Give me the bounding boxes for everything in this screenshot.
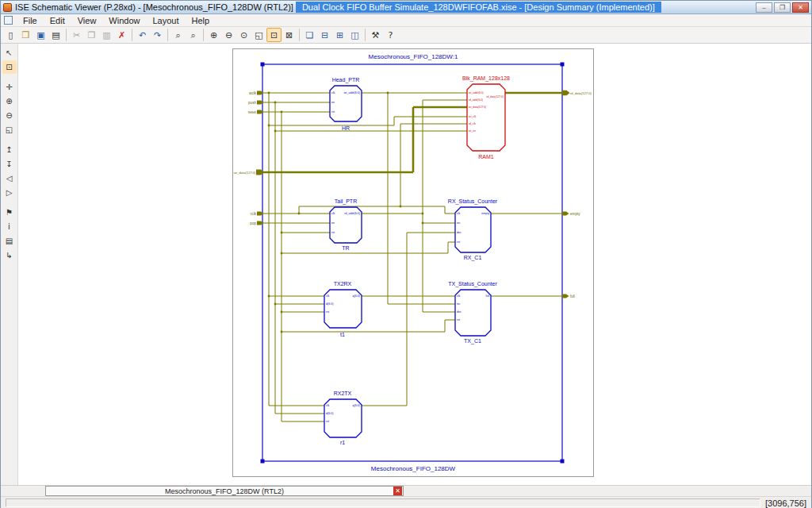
pan-tool[interactable]: ✛ <box>2 80 17 94</box>
select-tool[interactable]: ↖ <box>2 46 17 60</box>
separator <box>66 29 67 41</box>
zoom-in-button[interactable]: ⊕ <box>206 28 221 42</box>
port-label: clk <box>457 294 461 298</box>
app-icon <box>3 3 12 12</box>
zoom-fit-button[interactable]: ◱ <box>251 28 266 42</box>
menu-item[interactable]: Edit <box>44 15 71 26</box>
menu-item[interactable]: View <box>71 15 103 26</box>
port-label: rst <box>326 310 329 314</box>
undo-button[interactable]: ↶ <box>135 28 150 42</box>
window-arrange-button[interactable]: ◫ <box>347 28 362 42</box>
status-message-panel <box>6 498 760 507</box>
zoom-area-tool[interactable]: ⊡ <box>2 60 17 74</box>
instance-label: TR <box>342 245 349 251</box>
main-body: ↖⊡✛⊕⊖◱↥↧◁▷⚑i▤↳ Mesochronous_FIFO_128DW:1… <box>1 44 811 485</box>
copy-button[interactable]: ❐ <box>84 28 99 42</box>
zoom-in-tool[interactable]: ⊕ <box>2 94 17 108</box>
instance-label: HR <box>342 125 350 131</box>
port-label: rd_data(127:0) <box>486 95 504 98</box>
port-label: rd_addr(6:0) <box>469 98 483 102</box>
zoom-selection-button[interactable]: ⊡ <box>266 28 282 42</box>
print-button[interactable]: ▤ <box>48 28 63 42</box>
block-title: Tail_PTR <box>335 198 357 205</box>
pin-label-pop: pop <box>250 221 256 225</box>
status-bar: [3096,756] <box>1 496 811 508</box>
port-label: clk <box>326 404 330 407</box>
block-rx2tx[interactable]: RX2TX r1 clk d(6:0) rst q(6:0) <box>324 391 362 445</box>
cut-button[interactable]: ✂ <box>69 28 84 42</box>
sheet-footer: Mesochronous_FIFO_128DW <box>371 465 456 472</box>
separator <box>167 29 168 41</box>
restore-button[interactable]: ❐ <box>774 2 791 13</box>
menu-item[interactable]: Window <box>102 15 146 26</box>
menu-item[interactable]: Layout <box>146 15 185 26</box>
paste-button[interactable]: ▥ <box>99 28 114 42</box>
redo-button[interactable]: ↷ <box>150 28 165 42</box>
zoom-out-button[interactable]: ⊖ <box>221 28 236 42</box>
close-button[interactable]: ✕ <box>792 2 809 13</box>
zoom-out-tool[interactable]: ⊖ <box>2 109 17 122</box>
window-tile-h-button[interactable]: ⊟ <box>317 28 332 42</box>
menu-item[interactable]: File <box>17 15 44 26</box>
schematic-sheet: Mesochronous_FIFO_128DW:1 Mesochronous_F… <box>232 48 594 477</box>
pin-label-wr-data: wr_data(127:0) <box>234 171 256 175</box>
document-icon <box>4 16 13 25</box>
info-tool[interactable]: i <box>2 220 17 233</box>
schematic-svg: Mesochronous_FIFO_128DW:1 Mesochronous_F… <box>232 48 594 477</box>
hierarchy-down-tool[interactable]: ↧ <box>2 157 17 171</box>
port-label: rd_addr(6:0) <box>344 212 360 215</box>
pin-label-rd-data: rd_data(127:0) <box>570 91 592 95</box>
hierarchy-up-tool[interactable]: ↥ <box>2 143 17 156</box>
separator <box>365 29 366 41</box>
instance-label: RX_C1 <box>464 255 482 261</box>
zoom-full-button[interactable]: ⊙ <box>236 28 251 42</box>
app-window: ISE Schematic Viewer (P.28xd) - [Mesochr… <box>0 0 812 508</box>
zoom-fit-tool[interactable]: ◱ <box>2 123 17 137</box>
block-title: TX_Status_Counter <box>448 281 497 287</box>
port-label: clk <box>331 91 335 94</box>
find-button[interactable]: ⌕ <box>170 28 186 42</box>
port-label: rst <box>326 420 329 423</box>
separator <box>132 29 132 41</box>
window-cascade-button[interactable]: ❏ <box>302 28 317 42</box>
print-sheet-button[interactable]: ▤ <box>2 234 17 248</box>
block-ram[interactable]: Blk_RAM_128x128 RAM1 wr_addr(6:0) rd_add… <box>462 75 510 160</box>
window-tile-v-button[interactable]: ⊞ <box>332 28 347 42</box>
new-button[interactable]: ▯ <box>3 28 18 42</box>
menu-item[interactable]: Help <box>186 15 216 26</box>
separator <box>299 29 300 41</box>
instance-label: TX_C1 <box>464 338 481 344</box>
pin-label-full: full <box>570 294 575 298</box>
port-label: dec <box>457 310 462 314</box>
tab-mesochronous-fifo[interactable]: Mesochronous_FIFO_128DW (RTL2) ✕ <box>45 486 404 496</box>
save-button[interactable]: ▣ <box>33 28 48 42</box>
port-label: en <box>331 221 335 225</box>
tab-close-icon[interactable]: ✕ <box>393 487 402 495</box>
tab-label: Mesochronous_FIFO_128DW (RTL2) <box>165 487 284 495</box>
port-label: wr_en <box>469 129 476 133</box>
zoom-highlight-button[interactable]: ⊠ <box>282 28 297 42</box>
next-view-button[interactable]: ▷ <box>2 186 17 199</box>
delete-button[interactable]: ✗ <box>114 28 129 42</box>
pin-label-empty: empty <box>570 212 580 216</box>
minimize-button[interactable]: – <box>756 2 772 13</box>
port-label: full <box>485 294 489 298</box>
schematic-canvas[interactable]: Mesochronous_FIFO_128DW:1 Mesochronous_F… <box>18 44 811 485</box>
open-button[interactable]: ❒ <box>18 28 33 42</box>
document-tab-bar: Mesochronous_FIFO_128DW (RTL2) ✕ <box>1 485 811 496</box>
port-label: d(6:0) <box>326 302 333 306</box>
port-label: en <box>331 101 335 104</box>
instance-label: r1 <box>340 440 345 445</box>
find-next-button[interactable]: ⌕ <box>186 28 201 42</box>
port-label: rst <box>457 241 460 244</box>
block-title: Blk_RAM_128x128 <box>462 75 510 82</box>
port-label: q(6:0) <box>353 404 360 407</box>
main-toolbar: ▯❒▣▤✂❐▥✗↶↷⌕⌕⊕⊖⊙◱⊡⊠❏⊟⊞◫⚒? <box>1 27 811 44</box>
add-marker-tool[interactable]: ⚑ <box>2 206 17 219</box>
context-help-button[interactable]: ? <box>383 28 398 42</box>
export-button[interactable]: ↳ <box>2 248 17 262</box>
separator <box>203 29 204 41</box>
settings-wrench-button[interactable]: ⚒ <box>368 28 383 42</box>
prev-view-button[interactable]: ◁ <box>2 171 17 185</box>
menu-bar: FileEditViewWindowLayoutHelp <box>1 14 811 27</box>
